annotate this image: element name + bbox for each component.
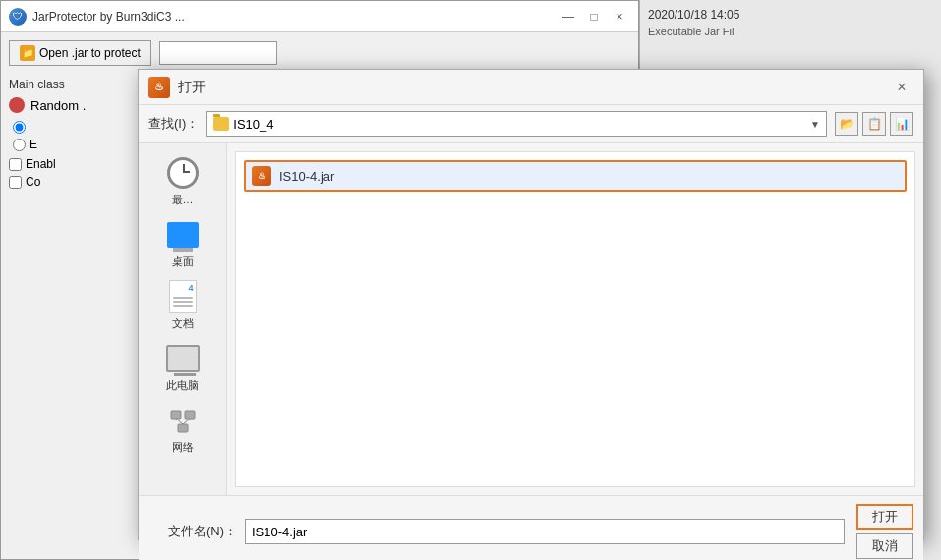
- documents-icon: [165, 279, 201, 314]
- location-combo[interactable]: IS10_4 ▼: [206, 111, 827, 137]
- java-icon: ♨: [148, 77, 170, 98]
- co-checkbox[interactable]: [9, 176, 22, 189]
- computer-label: 此电脑: [166, 378, 199, 393]
- network-label: 网络: [172, 440, 194, 455]
- enable-checkbox[interactable]: [9, 158, 22, 171]
- tool-btn-up[interactable]: 📋: [862, 112, 886, 136]
- tool-btn-back[interactable]: 📂: [835, 112, 858, 136]
- titlebar-controls: — □ ×: [558, 8, 630, 26]
- datetime-label: 2020/10/18 14:05: [648, 8, 739, 22]
- app-title: JarProtector by Burn3diC3 ...: [32, 10, 185, 24]
- sidebar-item-recent[interactable]: 最…: [144, 151, 222, 211]
- desktop-icon: [165, 217, 201, 252]
- random-label: Random .: [30, 98, 86, 113]
- sidebar-item-desktop[interactable]: 桌面: [144, 213, 222, 273]
- location-tools: 📂 📋 📊: [835, 112, 913, 136]
- file-list-area[interactable]: ♨ IS10-4.jar: [235, 151, 915, 487]
- sidebar-item-computer[interactable]: 此电脑: [144, 337, 222, 397]
- co-label: Co: [26, 175, 40, 189]
- maximize-button[interactable]: □: [583, 8, 605, 26]
- random-icon: [9, 97, 25, 113]
- location-dropdown-arrow-icon: ▼: [810, 119, 820, 130]
- dialog-location-bar: 查找(I)： IS10_4 ▼ 📂 📋 📊: [139, 105, 923, 143]
- right-header: 2020/10/18 14:05: [648, 8, 933, 22]
- jar-file-icon: ♨: [252, 166, 271, 186]
- tool-btn-new[interactable]: 📊: [890, 112, 913, 136]
- dialog-titlebar: ♨ 打开 ×: [139, 70, 923, 105]
- svg-line-4: [183, 419, 190, 424]
- svg-rect-1: [185, 411, 195, 419]
- bg-toolbar: 📁 Open .jar to protect: [9, 40, 630, 66]
- open-button[interactable]: 打开: [856, 504, 913, 530]
- location-folder-icon: [213, 117, 229, 131]
- network-icon: [165, 403, 201, 438]
- folder-jar-icon: 📁: [20, 45, 35, 61]
- bottom-buttons: 打开 取消: [856, 504, 913, 559]
- open-file-dialog: ♨ 打开 × 查找(I)： IS10_4 ▼ 📂 📋 📊 最…: [138, 69, 924, 540]
- desktop-label: 桌面: [172, 254, 194, 269]
- svg-line-3: [176, 419, 183, 424]
- minimize-button[interactable]: —: [558, 8, 579, 26]
- svg-rect-2: [178, 424, 188, 432]
- app-icon: 🛡: [9, 8, 27, 26]
- recent-label: 最…: [172, 193, 194, 207]
- dialog-close-button[interactable]: ×: [890, 76, 913, 99]
- radio-option-1[interactable]: [13, 121, 26, 134]
- sidebar-item-documents[interactable]: 文档: [144, 275, 222, 335]
- dialog-bottom-bar: 文件名(N)： 打开 取消 文件类型(T)： 所有文件 ▼: [139, 495, 923, 560]
- enable-label: Enabl: [26, 157, 56, 171]
- file-item-name: IS10-4.jar: [279, 169, 334, 184]
- close-button[interactable]: ×: [609, 8, 630, 26]
- dialog-sidebar: 最… 桌面 文档: [139, 143, 227, 495]
- jar-path-input[interactable]: [159, 41, 277, 65]
- sidebar-item-network[interactable]: 网络: [144, 399, 222, 459]
- clock-icon: [165, 155, 201, 191]
- open-jar-button[interactable]: 📁 Open .jar to protect: [9, 40, 151, 66]
- dialog-body: 最… 桌面 文档: [139, 143, 923, 495]
- computer-icon: [165, 341, 201, 376]
- cancel-button[interactable]: 取消: [856, 533, 913, 559]
- location-text: IS10_4: [233, 117, 806, 132]
- radio-e-label: E: [29, 138, 37, 151]
- radio-option-e[interactable]: [13, 139, 26, 151]
- svg-rect-0: [171, 411, 181, 419]
- location-label: 查找(I)：: [148, 115, 199, 133]
- right-label: Executable Jar Fil: [648, 26, 933, 37]
- dialog-title: 打开: [178, 79, 206, 96]
- filename-label: 文件名(N)：: [148, 523, 237, 540]
- documents-label: 文档: [172, 316, 194, 331]
- filename-input[interactable]: [245, 519, 845, 544]
- bg-titlebar: 🛡 JarProtector by Burn3diC3 ... — □ ×: [1, 1, 638, 32]
- file-item-jar[interactable]: ♨ IS10-4.jar: [244, 160, 907, 192]
- filename-row: 文件名(N)： 打开 取消: [148, 504, 913, 559]
